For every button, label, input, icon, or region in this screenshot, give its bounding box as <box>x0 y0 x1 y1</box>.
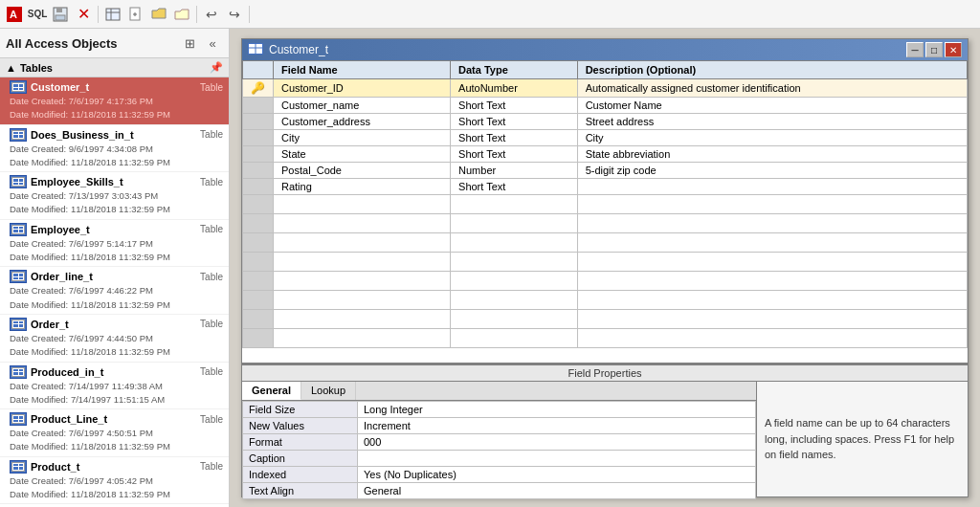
table-type: Table <box>200 272 223 282</box>
sql-button[interactable]: SQL <box>27 4 48 25</box>
table-row[interactable]: Postal_Code Number 5-digit zip code <box>243 163 968 179</box>
table-name: Product_t <box>31 461 79 473</box>
prop-label: Format <box>243 434 358 451</box>
table-list-item[interactable]: Order_t Table Date Created: 7/6/1997 4:4… <box>0 315 229 363</box>
undo-button[interactable]: ↩ <box>201 4 222 25</box>
maximize-button[interactable]: □ <box>925 42 943 57</box>
save-button[interactable] <box>50 4 71 25</box>
description-cell[interactable]: 5-digit zip code <box>577 163 967 179</box>
section-pin-icon[interactable]: 📌 <box>210 61 223 74</box>
description-cell[interactable]: Street address <box>577 114 967 130</box>
description-cell[interactable]: State abbreviation <box>577 146 967 163</box>
table-row[interactable]: Customer_address Short Text Street addre… <box>243 114 968 130</box>
prop-value[interactable]: 000 <box>358 434 756 451</box>
view-button[interactable] <box>102 4 123 25</box>
empty-field <box>274 195 451 214</box>
row-selector <box>243 272 274 291</box>
empty-field <box>274 291 451 310</box>
table-name: Order_line_t <box>31 271 93 282</box>
field-name-cell[interactable]: Postal_Code <box>274 163 451 179</box>
table-type: Table <box>200 461 223 472</box>
prop-value[interactable]: Increment <box>358 418 756 434</box>
table-meta-modified: Date Modified: 11/18/2018 11:32:59 PM <box>10 298 223 311</box>
row-selector <box>243 114 274 130</box>
search-panel-icon[interactable]: ⊞ <box>179 33 200 54</box>
data-type-cell[interactable]: Short Text <box>451 98 578 114</box>
minimize-button[interactable]: ─ <box>906 42 924 57</box>
design-table: Field Name Data Type Description (Option… <box>242 60 968 348</box>
empty-row <box>243 272 968 291</box>
data-type-cell[interactable]: Short Text <box>451 179 578 195</box>
prop-value[interactable] <box>358 451 756 467</box>
table-list-item[interactable]: Product_Line_t Table Date Created: 7/6/1… <box>0 409 229 457</box>
redo-button[interactable]: ↪ <box>224 4 245 25</box>
general-tab[interactable]: General <box>242 382 301 400</box>
lookup-tab[interactable]: Lookup <box>301 382 356 400</box>
table-name: Order_t <box>31 319 69 330</box>
separator-3 <box>249 6 250 23</box>
empty-row <box>243 329 968 348</box>
table-list-item[interactable]: Does_Business_in_t Table Date Created: 9… <box>0 125 229 173</box>
table-icon <box>10 128 27 142</box>
collapse-panel-icon[interactable]: « <box>202 33 223 54</box>
close-window-button[interactable]: ✕ <box>945 42 962 57</box>
table-list-item[interactable]: Produced_in_t Table Date Created: 7/14/1… <box>0 363 229 410</box>
table-row[interactable]: Rating Short Text <box>243 179 968 195</box>
table-meta-created: Date Created: 7/6/1997 4:50:51 PM <box>10 427 223 439</box>
table-type: Table <box>200 414 223 425</box>
description-cell[interactable]: Automatically assigned customer identifi… <box>577 79 967 98</box>
data-type-cell[interactable]: Short Text <box>451 146 578 163</box>
prop-value[interactable]: Yes (No Duplicates) <box>358 467 756 483</box>
open-button[interactable] <box>148 4 169 25</box>
table-list-item[interactable]: Customer_t Table Date Created: 7/6/1997 … <box>0 77 229 125</box>
field-name-cell[interactable]: Customer_name <box>274 98 451 114</box>
description-cell[interactable]: City <box>577 130 967 146</box>
table-icon <box>10 318 27 331</box>
section-collapse-icon[interactable]: ▲ <box>6 62 16 74</box>
table-meta-created: Date Created: 7/6/1997 4:46:22 PM <box>10 284 223 297</box>
prop-value[interactable]: Long Integer <box>358 402 756 418</box>
table-row[interactable]: City Short Text City <box>243 130 968 146</box>
empty-row <box>243 214 968 233</box>
field-name-cell[interactable]: Customer_ID <box>274 79 451 98</box>
table-row[interactable]: State Short Text State abbreviation <box>243 146 968 163</box>
table-type: Table <box>200 82 223 93</box>
data-type-cell[interactable]: Short Text <box>451 130 578 146</box>
table-row[interactable]: Customer_name Short Text Customer Name <box>243 98 968 114</box>
close-button[interactable]: ✕ <box>73 4 94 25</box>
field-grid: Field Name Data Type Description (Option… <box>242 60 968 364</box>
empty-field <box>274 272 451 291</box>
data-type-cell[interactable]: Short Text <box>451 114 578 130</box>
section-label: ▲ Tables <box>6 62 53 74</box>
field-name-cell[interactable]: City <box>274 130 451 146</box>
new-button[interactable] <box>125 4 146 25</box>
design-window: Customer_t ─ □ ✕ Field Name Data Type <box>241 38 969 497</box>
table-meta-created: Date Created: 7/6/1997 4:05:42 PM <box>10 474 223 487</box>
panel-header-icons: ⊞ « <box>179 33 223 54</box>
data-type-cell[interactable]: AutoNumber <box>451 79 578 98</box>
empty-field <box>274 233 451 253</box>
table-list: Customer_t Table Date Created: 7/6/1997 … <box>0 77 229 507</box>
prop-value[interactable]: General <box>358 483 756 499</box>
field-name-cell[interactable]: Rating <box>274 179 451 195</box>
table-meta-modified: Date Modified: 11/18/2018 11:32:59 PM <box>10 203 223 215</box>
empty-row <box>243 291 968 310</box>
table-meta-modified: Date Modified: 11/18/2018 11:32:59 PM <box>10 440 223 452</box>
field-prop-row: Text Align General <box>243 483 756 499</box>
field-name-cell[interactable]: Customer_address <box>274 114 451 130</box>
empty-type <box>451 253 578 272</box>
table-list-item[interactable]: Order_line_t Table Date Created: 7/6/199… <box>0 267 229 315</box>
field-name-cell[interactable]: State <box>274 146 451 163</box>
table-list-item[interactable]: Product_t Table Date Created: 7/6/1997 4… <box>0 457 229 505</box>
description-cell[interactable]: Customer Name <box>577 98 967 114</box>
table-list-item[interactable]: Employee_Skills_t Table Date Created: 7/… <box>0 172 229 220</box>
folder-button[interactable] <box>171 4 192 25</box>
description-cell[interactable] <box>577 179 967 195</box>
table-row[interactable]: 🔑 Customer_ID AutoNumber Automatically a… <box>243 79 968 98</box>
table-name: Employee_t <box>31 224 90 235</box>
field-prop-row: Field Size Long Integer <box>243 402 756 418</box>
empty-row <box>243 195 968 214</box>
empty-type <box>451 272 578 291</box>
table-list-item[interactable]: Employee_t Table Date Created: 7/6/1997 … <box>0 220 229 268</box>
data-type-cell[interactable]: Number <box>451 163 578 179</box>
